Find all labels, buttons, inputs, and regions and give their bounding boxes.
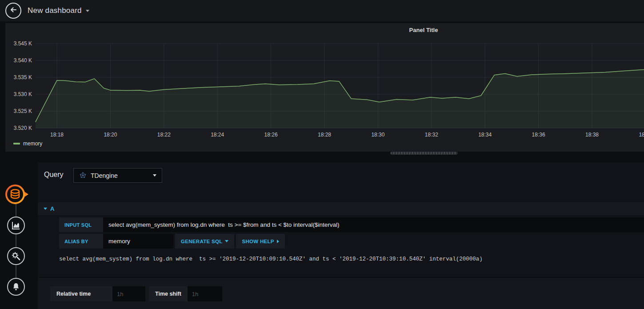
svg-text:18:34: 18:34 [478, 132, 492, 138]
input-sql-field[interactable] [103, 217, 644, 232]
panel-resize-handle[interactable] [390, 152, 458, 155]
alias-by-field[interactable] [103, 234, 173, 249]
tab-general[interactable] [7, 247, 25, 265]
svg-text:18:40: 18:40 [639, 132, 644, 138]
chart-icon [11, 221, 21, 230]
svg-text:18:30: 18:30 [371, 132, 384, 138]
svg-text:3.535 K: 3.535 K [14, 74, 32, 80]
query-form: INPUT SQL ALIAS BY GENERATE SQL SHOW HEL… [59, 217, 644, 262]
svg-text:18:24: 18:24 [211, 132, 224, 138]
svg-text:3.545 K: 3.545 K [14, 40, 32, 47]
back-button[interactable] [5, 3, 21, 19]
generated-sql-text: select avg(mem_system) from log.dn where… [59, 256, 644, 262]
svg-text:18:28: 18:28 [318, 132, 331, 138]
tab-queries[interactable] [4, 183, 30, 208]
query-ref-row-a[interactable]: A [38, 202, 644, 215]
svg-text:18:18: 18:18 [50, 132, 64, 138]
svg-text:3.520 K: 3.520 K [14, 125, 32, 131]
tab-visualization[interactable] [7, 217, 25, 234]
bell-icon [11, 282, 21, 292]
dashboard-title[interactable]: New dashboard [28, 6, 82, 15]
svg-text:18:36: 18:36 [532, 132, 545, 138]
gear-wrench-icon [11, 251, 21, 261]
svg-text:18:20: 18:20 [104, 132, 117, 138]
tab-connector-line [16, 194, 16, 288]
query-editor-section: Query TDengine [38, 162, 644, 309]
input-sql-label: INPUT SQL [59, 217, 103, 232]
svg-text:3.525 K: 3.525 K [14, 108, 32, 114]
grafana-edit-panel-screen: New dashboard Panel Title 3.545 K3.540 K… [0, 0, 644, 309]
query-ref-id: A [50, 205, 54, 212]
datasource-name: TDengine [91, 172, 153, 179]
chevron-down-icon[interactable] [86, 10, 89, 12]
database-icon [4, 183, 30, 206]
time-shift-label: Time shift [149, 286, 188, 301]
generate-sql-button[interactable]: GENERATE SQL [175, 234, 234, 249]
svg-text:18:22: 18:22 [157, 132, 171, 138]
chevron-right-icon [277, 240, 279, 243]
tdengine-star-icon [79, 172, 87, 179]
chevron-down-icon [225, 240, 228, 242]
relative-time-label: Relative time [50, 286, 112, 301]
datasource-select[interactable]: TDengine [73, 168, 162, 183]
legend-color-dash [13, 143, 20, 144]
legend-label: memory [23, 140, 42, 147]
query-section-title: Query [44, 171, 64, 179]
svg-text:18:38: 18:38 [585, 132, 599, 138]
svg-text:3.540 K: 3.540 K [14, 57, 32, 64]
arrow-left-icon [9, 5, 18, 16]
query-header: Query TDengine [38, 162, 644, 189]
tab-alert[interactable] [7, 278, 25, 296]
relative-time-group: Relative time [50, 286, 145, 301]
query-options-section: Relative time Time shift [38, 277, 644, 309]
time-shift-group: Time shift [149, 286, 222, 301]
memory-line-chart[interactable]: 3.545 K3.540 K3.535 K3.530 K3.525 K3.520… [5, 23, 644, 152]
relative-time-field[interactable] [112, 286, 145, 301]
top-navbar: New dashboard [0, 0, 644, 21]
show-help-button[interactable]: SHOW HELP [236, 234, 284, 249]
time-shift-field[interactable] [188, 286, 222, 301]
graph-panel: Panel Title 3.545 K3.540 K3.535 K3.530 K… [5, 23, 644, 152]
legend-item-memory[interactable]: memory [13, 140, 42, 147]
svg-text:3.530 K: 3.530 K [14, 91, 32, 97]
alias-by-label: ALIAS BY [59, 234, 103, 249]
alias-by-row: ALIAS BY GENERATE SQL SHOW HELP [59, 234, 644, 249]
svg-text:18:32: 18:32 [425, 132, 438, 138]
input-sql-row: INPUT SQL [59, 217, 644, 232]
collapse-caret-icon [44, 208, 47, 210]
svg-text:18:26: 18:26 [264, 132, 278, 138]
chevron-down-icon [153, 174, 156, 177]
